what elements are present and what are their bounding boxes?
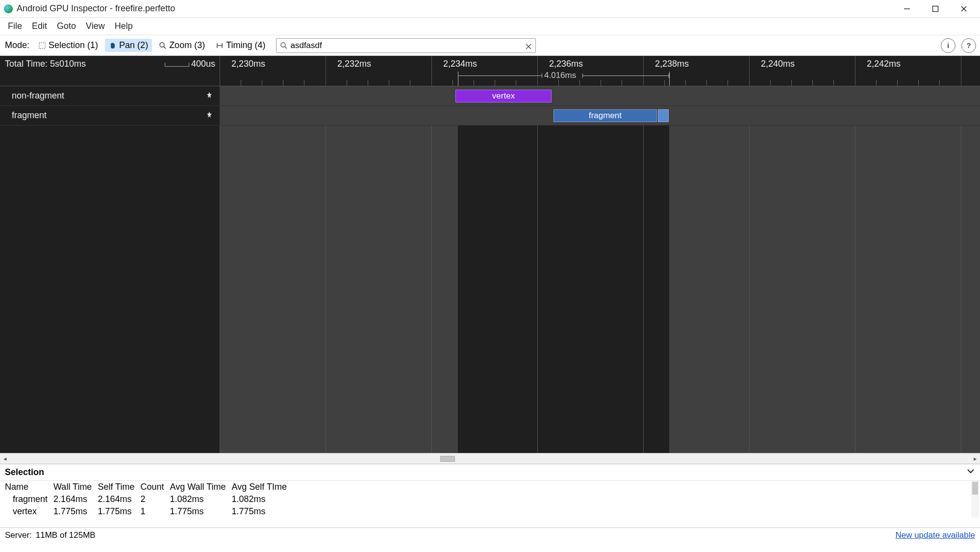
ruler-tick bbox=[326, 56, 326, 86]
ruler-tick bbox=[749, 56, 750, 86]
mode-label: Mode: bbox=[4, 40, 31, 50]
slice-fragment[interactable]: fragment bbox=[553, 109, 657, 122]
scroll-right-arrow[interactable]: ▸ bbox=[970, 455, 980, 462]
ruler-tick-label: 2,236ms bbox=[549, 59, 583, 69]
search-input[interactable] bbox=[276, 38, 536, 53]
timeline-hscrollbar[interactable]: ◂ ▸ bbox=[0, 453, 980, 464]
ruler-tick-label: 2,234ms bbox=[443, 59, 477, 69]
track-area[interactable]: vertex fragment bbox=[0, 86, 980, 453]
search-icon bbox=[280, 42, 288, 50]
timeline-panel: Total Time: 5s010ms 400us 2,230ms 2,232m… bbox=[0, 56, 980, 453]
mode-timing-label: Timing (4) bbox=[226, 40, 265, 50]
selection-panel-title: Selection bbox=[5, 467, 44, 477]
lane-nonfragment[interactable]: vertex bbox=[220, 86, 980, 106]
ruler-tick bbox=[961, 56, 961, 86]
ruler-tick-label: 2,240ms bbox=[761, 59, 795, 69]
track-label-fragment: fragment bbox=[12, 110, 47, 121]
info-button[interactable]: i bbox=[941, 38, 955, 53]
selection-panel: Selection Name Wall Time Self Time Count… bbox=[0, 464, 980, 527]
window-maximize-button[interactable] bbox=[921, 0, 950, 18]
zoom-icon bbox=[159, 42, 167, 50]
server-label: Server: bbox=[5, 530, 32, 540]
col-count[interactable]: Count bbox=[139, 481, 169, 493]
scroll-thumb[interactable] bbox=[440, 456, 455, 462]
track-row-fragment[interactable]: fragment bbox=[0, 106, 220, 125]
search-clear-button[interactable] bbox=[525, 42, 532, 49]
track-row-nonfragment[interactable]: non-fragment bbox=[0, 86, 220, 106]
mode-selection-label: Selection (1) bbox=[49, 40, 98, 50]
selection-vscroll-thumb[interactable] bbox=[972, 482, 978, 495]
table-row[interactable]: vertex 1.775ms 1.775ms 1 1.775ms 1.775ms bbox=[4, 505, 292, 518]
total-time-label: Total Time: 5s010ms bbox=[5, 59, 86, 69]
ruler-tick-label: 2,242ms bbox=[867, 59, 901, 69]
toolbar: Mode: Selection (1) Pan (2) Zoom (3) Tim… bbox=[0, 35, 980, 56]
slice-vertex-label: vertex bbox=[492, 91, 515, 101]
pin-icon[interactable] bbox=[206, 92, 213, 100]
menu-edit[interactable]: Edit bbox=[27, 19, 52, 33]
window-minimize-button[interactable] bbox=[893, 0, 921, 18]
empty-lane-area[interactable] bbox=[220, 125, 980, 453]
window-titlebar: Android GPU Inspector - freefire.perfett… bbox=[0, 0, 980, 18]
svg-line-6 bbox=[164, 47, 166, 49]
update-link[interactable]: New update available bbox=[895, 530, 975, 540]
scale-bracket bbox=[165, 63, 189, 67]
lane-fragment[interactable]: fragment bbox=[220, 106, 980, 125]
track-labels-column: non-fragment fragment bbox=[0, 86, 220, 453]
menu-file[interactable]: File bbox=[3, 19, 27, 33]
scroll-track[interactable] bbox=[10, 455, 970, 462]
server-memory: 11MB of 125MB bbox=[36, 530, 96, 540]
window-close-button[interactable] bbox=[950, 0, 978, 18]
mode-zoom-label: Zoom (3) bbox=[169, 40, 205, 50]
selection-duration-label: 4.016ms bbox=[544, 71, 576, 80]
slice-vertex[interactable]: vertex bbox=[455, 90, 552, 102]
window-title: Android GPU Inspector - freefire.perfett… bbox=[17, 3, 175, 14]
ruler-tick bbox=[643, 56, 644, 86]
menu-view[interactable]: View bbox=[81, 19, 110, 33]
app-icon bbox=[4, 4, 13, 13]
svg-point-5 bbox=[160, 43, 164, 47]
col-wall[interactable]: Wall Time bbox=[52, 481, 97, 493]
selection-panel-header: Selection bbox=[0, 464, 980, 481]
statusbar: Server: 11MB of 125MB New update availab… bbox=[0, 527, 980, 542]
ruler-tick bbox=[537, 56, 538, 86]
timing-icon bbox=[216, 42, 224, 50]
mode-pan-label: Pan (2) bbox=[119, 40, 148, 50]
collapse-icon[interactable] bbox=[966, 467, 975, 478]
menu-goto[interactable]: Goto bbox=[52, 19, 81, 33]
time-ruler[interactable]: Total Time: 5s010ms 400us 2,230ms 2,232m… bbox=[0, 56, 980, 86]
svg-rect-4 bbox=[39, 43, 45, 49]
mode-selection-button[interactable]: Selection (1) bbox=[34, 39, 102, 52]
lanes[interactable]: vertex fragment bbox=[220, 86, 980, 453]
svg-rect-1 bbox=[933, 6, 938, 11]
selection-start-marker[interactable] bbox=[458, 72, 458, 86]
col-self[interactable]: Self Time bbox=[97, 481, 139, 493]
table-row[interactable]: fragment 2.164ms 2.164ms 2 1.082ms 1.082… bbox=[4, 493, 292, 505]
ruler-tick-label: 2,238ms bbox=[655, 59, 689, 69]
mode-pan-button[interactable]: Pan (2) bbox=[105, 39, 152, 52]
ruler-tick bbox=[855, 56, 855, 86]
ruler-tick-label: 2,232ms bbox=[337, 59, 371, 69]
cell-avgwall: 1.082ms bbox=[169, 493, 230, 505]
ruler-tick bbox=[431, 56, 432, 86]
selection-vscrollbar[interactable] bbox=[971, 481, 979, 518]
ruler-tick-label: 2,230ms bbox=[231, 59, 265, 69]
cell-name: fragment bbox=[4, 493, 52, 505]
col-avgself[interactable]: Avg Self TIme bbox=[231, 481, 292, 493]
col-name[interactable]: Name bbox=[4, 481, 52, 493]
menu-help[interactable]: Help bbox=[110, 19, 138, 33]
mode-zoom-button[interactable]: Zoom (3) bbox=[155, 39, 209, 52]
svg-line-11 bbox=[285, 47, 287, 49]
cell-name: vertex bbox=[4, 505, 52, 518]
hand-icon bbox=[109, 42, 117, 50]
selection-end-marker[interactable] bbox=[669, 72, 670, 86]
mode-timing-button[interactable]: Timing (4) bbox=[212, 39, 269, 52]
slice-fragment-tail[interactable] bbox=[658, 109, 669, 122]
cell-self: 2.164ms bbox=[97, 493, 139, 505]
scroll-left-arrow[interactable]: ◂ bbox=[0, 455, 10, 462]
col-avgwall[interactable]: Avg Wall Time bbox=[169, 481, 230, 493]
scale-span-label: 400us bbox=[191, 59, 215, 69]
cell-count: 2 bbox=[139, 493, 169, 505]
help-button[interactable]: ? bbox=[961, 38, 976, 53]
pin-icon[interactable] bbox=[206, 111, 213, 120]
ruler-tick bbox=[220, 56, 220, 86]
